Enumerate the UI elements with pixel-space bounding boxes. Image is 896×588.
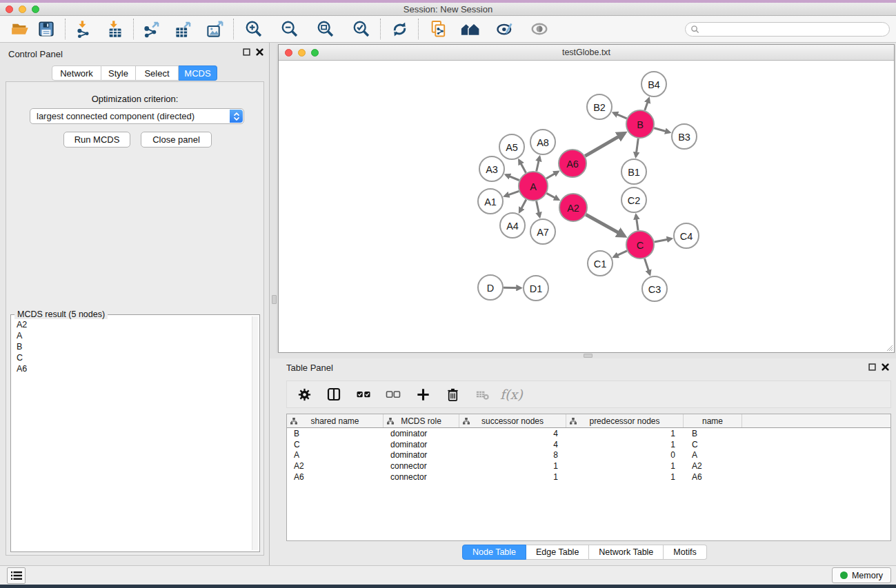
tab-network[interactable]: Network <box>52 65 101 81</box>
add-row-icon[interactable] <box>414 385 432 403</box>
column-header-predecessor-nodes[interactable]: predecessor nodes <box>566 414 684 427</box>
result-scrollbar[interactable] <box>252 316 258 550</box>
table-cell[interactable]: C <box>684 440 742 449</box>
search-input[interactable] <box>702 25 889 34</box>
float-panel-icon[interactable] <box>868 363 876 371</box>
close-panel-icon[interactable] <box>256 48 263 56</box>
delete-row-icon[interactable] <box>444 385 461 403</box>
horizontal-split-divider[interactable] <box>270 353 896 358</box>
table-cell[interactable]: 1 <box>566 461 684 471</box>
table-cell[interactable]: 4 <box>459 429 566 438</box>
table-row[interactable]: A2connector11A2 <box>287 460 890 472</box>
mcds-result-list[interactable]: A2ABCA6 <box>11 319 251 550</box>
mcds-result-item[interactable]: A <box>11 330 251 341</box>
tab-select[interactable]: Select <box>136 65 179 81</box>
tab-mcds[interactable]: MCDS <box>179 65 217 81</box>
export-table-icon[interactable] <box>172 19 193 39</box>
table-cell[interactable]: 1 <box>566 472 684 482</box>
graph-edge-A-A3[interactable] <box>506 175 519 181</box>
tab-node-table[interactable]: Node Table <box>462 545 526 560</box>
zoom-selected-icon[interactable] <box>351 19 372 39</box>
table-cell[interactable]: dominator <box>384 450 459 460</box>
table-cell[interactable]: C <box>287 440 384 449</box>
resize-gripper-icon[interactable] <box>885 343 893 352</box>
close-panel-icon[interactable] <box>882 363 889 371</box>
save-session-icon[interactable] <box>36 19 57 39</box>
tab-network-table[interactable]: Network Table <box>589 545 664 560</box>
table-cell[interactable]: B <box>287 429 384 438</box>
table-row[interactable]: Bdominator41B <box>287 428 890 439</box>
graph-edge-C-C2[interactable] <box>636 215 638 230</box>
column-header-mcds-role[interactable]: MCDS role <box>384 414 459 427</box>
zoom-fit-icon[interactable] <box>315 19 336 39</box>
mcds-result-item[interactable]: C <box>11 352 251 363</box>
graph-edge-A-A8[interactable] <box>537 157 540 172</box>
table-cell[interactable]: 1 <box>566 429 684 438</box>
select-all-icon[interactable] <box>355 385 372 403</box>
export-image-icon[interactable] <box>204 19 225 39</box>
graph-edge-C-C1[interactable] <box>614 251 627 257</box>
table-row[interactable]: Adominator80A <box>287 449 890 460</box>
tab-style[interactable]: Style <box>101 65 136 81</box>
refresh-icon[interactable] <box>389 19 410 39</box>
graph-edge-C-C4[interactable] <box>655 239 672 242</box>
graph-edge-C-C3[interactable] <box>645 258 650 274</box>
run-mcds-button[interactable]: Run MCDS <box>63 132 130 148</box>
graph-edge-B-B1[interactable] <box>636 139 639 156</box>
mcds-result-item[interactable]: A6 <box>11 363 251 374</box>
graph-edge-B-B4[interactable] <box>645 99 649 110</box>
clone-network-icon[interactable] <box>428 19 449 39</box>
table-cell[interactable]: 1 <box>566 440 684 449</box>
unselect-all-icon[interactable] <box>384 385 402 403</box>
graph-edge-A6-B[interactable] <box>585 133 624 156</box>
mcds-result-item[interactable]: A2 <box>11 319 251 330</box>
visual-details-icon[interactable] <box>495 19 515 39</box>
mcds-result-item[interactable]: B <box>11 341 251 352</box>
column-visibility-icon[interactable] <box>325 385 343 403</box>
import-table-icon[interactable] <box>104 19 125 39</box>
close-panel-button[interactable]: Close panel <box>141 132 212 148</box>
task-history-button[interactable] <box>7 567 26 584</box>
tab-edge-table[interactable]: Edge Table <box>526 545 589 560</box>
column-header-name[interactable]: name <box>684 414 742 427</box>
criterion-select[interactable]: largest connected component (directed) <box>30 108 244 124</box>
table-cell[interactable]: 1 <box>459 472 566 482</box>
graph-edge-A-A7[interactable] <box>537 201 540 217</box>
table-cell[interactable]: A6 <box>287 472 384 482</box>
column-header-successor-nodes[interactable]: successor nodes <box>459 414 566 427</box>
home-icon[interactable] <box>460 19 481 39</box>
graph-edge-A-A2[interactable] <box>546 193 558 199</box>
table-cell[interactable]: dominator <box>384 440 459 449</box>
graph-edge-A-A1[interactable] <box>505 191 519 196</box>
table-row[interactable]: Cdominator41C <box>287 439 890 450</box>
table-row[interactable]: A6connector11A6 <box>287 472 890 483</box>
table-cell[interactable]: B <box>684 429 742 438</box>
tab-motifs[interactable]: Motifs <box>664 545 706 560</box>
divider-handle[interactable] <box>272 295 277 304</box>
graph-edge-B-B3[interactable] <box>654 128 670 132</box>
float-panel-icon[interactable] <box>243 48 250 56</box>
table-cell[interactable]: 4 <box>459 440 566 449</box>
table-cell[interactable]: 8 <box>459 450 566 460</box>
table-cell[interactable]: dominator <box>384 429 459 438</box>
table-cell[interactable]: A2 <box>684 461 742 471</box>
table-cell[interactable]: 0 <box>566 450 684 460</box>
show-hide-details-icon[interactable] <box>529 19 550 39</box>
window-titlebar[interactable]: Session: New Session <box>0 3 896 16</box>
table-cell[interactable]: A6 <box>684 472 742 482</box>
table-cell[interactable]: connector <box>384 472 459 482</box>
graph-edge-A-A4[interactable] <box>519 200 526 212</box>
zoom-in-icon[interactable] <box>243 19 264 39</box>
open-session-icon[interactable] <box>10 19 30 39</box>
table-cell[interactable]: 1 <box>459 461 566 471</box>
graph-edge-A-A5[interactable] <box>519 160 526 172</box>
export-network-icon[interactable] <box>141 19 161 39</box>
graph-edge-B-B2[interactable] <box>613 113 626 119</box>
table-cell[interactable]: A <box>684 450 742 460</box>
network-canvas[interactable]: AA6A2BCA1A3A4A5A7A8B1B2B3B4C1C2C3C4DD1 <box>279 61 894 352</box>
divider-handle[interactable] <box>584 354 593 358</box>
column-header-shared-name[interactable]: shared name <box>287 414 384 427</box>
table-cell[interactable]: connector <box>384 461 459 471</box>
graph-edge-A-A6[interactable] <box>546 172 558 179</box>
table-options-icon[interactable] <box>295 385 313 403</box>
